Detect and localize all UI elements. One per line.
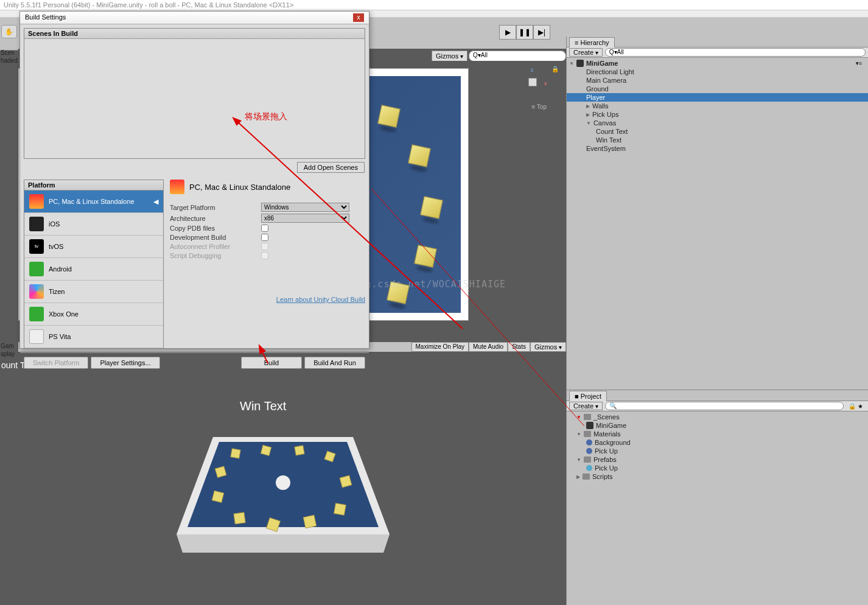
svg-rect-4: [231, 449, 240, 458]
hierarchy-tree: ▼MiniGame▾≡ Directional Light Main Camer…: [567, 58, 868, 154]
build-and-run-button[interactable]: Build And Run: [304, 357, 365, 369]
right-panel: ≡ Hierarchy Create ▾ Q▾All ▼MiniGame▾≡ D…: [566, 37, 868, 605]
play-button[interactable]: ▶: [499, 25, 516, 40]
architecture-select[interactable]: x86: [261, 214, 349, 223]
maximize-toggle[interactable]: Maximize On Play: [411, 342, 469, 352]
platform-item-pc[interactable]: PC, Mac & Linux Standalone◀: [24, 191, 163, 213]
pause-button[interactable]: ❚❚: [516, 25, 533, 40]
svg-rect-9: [334, 503, 346, 516]
hierarchy-item[interactable]: ▼Canvas: [567, 119, 868, 127]
stats-toggle[interactable]: Stats: [508, 342, 530, 352]
scene-controls: Gizmos ▾ Q▾All: [432, 51, 566, 61]
gizmos-dropdown[interactable]: Gizmos ▾: [432, 51, 467, 61]
hierarchy-item[interactable]: Count Text: [567, 127, 868, 136]
svg-point-3: [276, 475, 290, 490]
platform-list: Platform PC, Mac & Linux Standalone◀ iOS…: [24, 180, 164, 349]
platform-item-psvita[interactable]: PS Vita: [24, 326, 163, 348]
script-debug-checkbox: [261, 252, 268, 259]
project-tab[interactable]: ■ Project: [569, 391, 607, 401]
project-tree: ▼_Scenes MiniGame ▼Materials Background …: [567, 411, 868, 482]
hierarchy-item-selected[interactable]: Player: [567, 93, 868, 102]
hierarchy-item[interactable]: ▶Walls: [567, 102, 868, 110]
scene-search-input[interactable]: Q▾All: [469, 51, 566, 61]
svg-rect-12: [234, 512, 245, 524]
project-folder[interactable]: ▼Materials: [567, 430, 868, 438]
project-folder[interactable]: ▼Prefabs: [567, 455, 868, 464]
switch-platform-button: Switch Platform: [24, 357, 88, 369]
platform-icon: [170, 180, 184, 194]
build-titlebar[interactable]: Build Settings x: [20, 12, 369, 24]
scenes-in-build-list[interactable]: Scenes In Build Add Open Scenes: [24, 28, 365, 159]
step-button[interactable]: ▶|: [533, 25, 550, 40]
add-open-scenes-button[interactable]: Add Open Scenes: [297, 162, 365, 173]
svg-rect-10: [303, 515, 316, 528]
scene-root[interactable]: ▼MiniGame▾≡: [567, 59, 868, 68]
platform-item-xbox[interactable]: Xbox One: [24, 303, 163, 326]
copy-pdb-checkbox[interactable]: [261, 225, 268, 232]
hierarchy-item[interactable]: ▶Pick Ups: [567, 110, 868, 119]
build-button[interactable]: Build: [241, 357, 302, 369]
hand-tool-button[interactable]: ✋: [1, 25, 17, 38]
platform-item-ios[interactable]: iOS: [24, 213, 163, 236]
dev-build-checkbox[interactable]: [261, 234, 268, 241]
shaded-frag: haded: [0, 57, 18, 65]
svg-rect-8: [340, 475, 352, 488]
project-create-button[interactable]: Create ▾: [569, 402, 603, 410]
build-settings-window: Build Settings x Scenes In Build Add Ope…: [19, 11, 369, 349]
game-tab-frag: Gam: [0, 342, 18, 350]
project-filter-icons[interactable]: 🔒 ★: [846, 403, 866, 410]
play-controls: ▶ ❚❚ ▶|: [499, 25, 550, 40]
svg-rect-5: [261, 445, 271, 455]
win-text-label: Win Text: [240, 399, 286, 413]
autoconnect-checkbox: [261, 243, 268, 250]
scenes-header: Scenes In Build: [24, 29, 365, 39]
platform-item-android[interactable]: Android: [24, 258, 163, 281]
project-panel: ■ Project Create ▾ 🔍 🔒 ★ ▼_Scenes MiniGa…: [567, 390, 868, 605]
close-button[interactable]: x: [353, 13, 364, 22]
lock-icon[interactable]: 🔒: [551, 66, 559, 72]
hierarchy-item[interactable]: Win Text: [567, 136, 868, 144]
gizmos-game-dropdown[interactable]: Gizmos ▾: [530, 342, 566, 352]
hierarchy-item[interactable]: Main Camera: [567, 76, 868, 85]
display-frag: splay: [0, 350, 18, 358]
target-platform-select[interactable]: Windows: [261, 203, 349, 212]
project-folder[interactable]: ▼_Scenes: [567, 413, 868, 421]
hierarchy-panel: ≡ Hierarchy Create ▾ Q▾All ▼MiniGame▾≡ D…: [567, 37, 868, 390]
platform-item-tvos[interactable]: tvtvOS: [24, 236, 163, 258]
player-settings-button[interactable]: Player Settings...: [91, 357, 159, 369]
svg-rect-6: [295, 446, 304, 455]
hierarchy-item[interactable]: Directional Light: [567, 68, 868, 76]
platform-item-tizen[interactable]: Tizen: [24, 281, 163, 303]
project-search-input[interactable]: 🔍: [605, 402, 844, 410]
project-asset[interactable]: MiniGame: [567, 421, 868, 430]
platform-details: PC, Mac & Linux Standalone Target Platfo…: [170, 180, 365, 349]
svg-marker-2: [177, 534, 390, 553]
mute-toggle[interactable]: Mute Audio: [469, 342, 508, 352]
project-asset[interactable]: Pick Up: [567, 447, 868, 455]
svg-rect-13: [212, 491, 223, 502]
left-strip: Scen haded Gam splay: [0, 49, 18, 358]
scene-gizmo[interactable]: z x: [517, 67, 548, 97]
scene-tab-frag: Scen: [0, 49, 18, 57]
hierarchy-item[interactable]: Ground: [567, 85, 868, 93]
project-asset[interactable]: Background: [567, 438, 868, 447]
project-folder[interactable]: ▶Scripts: [567, 472, 868, 481]
hierarchy-search-input[interactable]: Q▾All: [605, 48, 866, 57]
hierarchy-create-button[interactable]: Create ▾: [569, 48, 603, 57]
hierarchy-item[interactable]: EventSystem: [567, 144, 868, 153]
game-view[interactable]: ount Text: [18, 352, 566, 605]
platform-header: Platform: [24, 180, 163, 191]
hierarchy-tab[interactable]: ≡ Hierarchy: [569, 37, 615, 47]
platform-title: PC, Mac & Linux Standalone: [189, 183, 290, 192]
project-asset[interactable]: Pick Up: [567, 464, 868, 472]
window-titlebar: Unity 5.5.1f1 Personal (64bit) - MiniGam…: [0, 0, 868, 10]
view-label: ≡ Top: [531, 103, 547, 110]
cloud-build-link[interactable]: Learn about Unity Cloud Build: [170, 296, 365, 303]
